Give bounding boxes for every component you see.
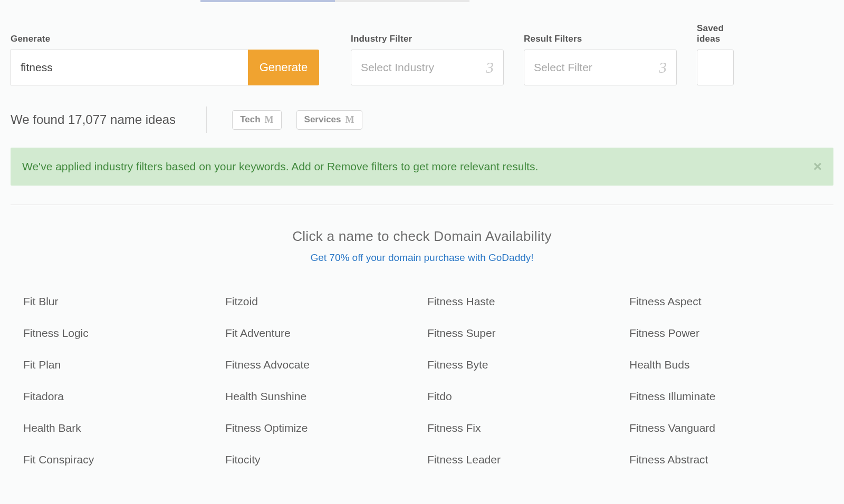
vertical-divider: [206, 106, 207, 133]
name-suggestion[interactable]: Fit Blur: [23, 295, 215, 308]
name-suggestion[interactable]: Fitness Leader: [427, 453, 619, 466]
name-suggestion[interactable]: Fitness Optimize: [225, 422, 417, 434]
chip-label: Tech: [240, 114, 260, 125]
chip-label: Services: [304, 114, 341, 125]
found-row: We found 17,077 name ideas TechMServices…: [11, 106, 833, 133]
found-count-text: We found 17,077 name ideas: [11, 112, 176, 127]
industry-placeholder: Select Industry: [361, 61, 434, 74]
name-suggestion[interactable]: Fit Plan: [23, 358, 215, 371]
generate-input[interactable]: [11, 50, 248, 85]
name-suggestion[interactable]: Health Sunshine: [225, 390, 417, 403]
name-suggestion[interactable]: Fitness Advocate: [225, 358, 417, 371]
remove-icon[interactable]: M: [265, 114, 274, 125]
filter-chip[interactable]: ServicesM: [296, 110, 362, 130]
result-placeholder: Select Filter: [534, 61, 592, 74]
name-suggestion[interactable]: Fitness Super: [427, 327, 619, 340]
industry-filter-group: Industry Filter Select Industry 3: [351, 34, 504, 85]
generate-label: Generate: [11, 34, 319, 44]
chevron-down-icon: 3: [486, 59, 494, 76]
name-suggestion[interactable]: Health Buds: [629, 358, 821, 371]
generate-group: Generate Generate: [11, 34, 319, 85]
info-alert: We've applied industry filters based on …: [11, 148, 833, 186]
divider: [11, 205, 833, 205]
chips-container: TechMServicesM: [232, 110, 377, 130]
cta-block: Click a name to check Domain Availabilit…: [11, 228, 833, 264]
result-filter-label: Result Filters: [524, 34, 677, 44]
name-suggestion[interactable]: Fitocity: [225, 453, 417, 466]
industry-filter-label: Industry Filter: [351, 34, 504, 44]
name-suggestion[interactable]: Fitdo: [427, 390, 619, 403]
name-suggestion[interactable]: Fitness Abstract: [629, 453, 821, 466]
name-suggestion[interactable]: Fit Adventure: [225, 327, 417, 340]
name-suggestion[interactable]: Fitness Byte: [427, 358, 619, 371]
filter-row: Generate Generate Industry Filter Select…: [11, 23, 833, 85]
name-suggestion[interactable]: Fitness Power: [629, 327, 821, 340]
generate-box: Generate: [11, 50, 319, 85]
name-suggestion[interactable]: Fitzoid: [225, 295, 417, 308]
top-accent-strip: [200, 0, 469, 2]
saved-ideas-label: Saved ideas: [697, 23, 734, 44]
saved-ideas-box[interactable]: [697, 50, 734, 85]
name-suggestion[interactable]: Health Bark: [23, 422, 215, 434]
name-suggestion[interactable]: Fitadora: [23, 390, 215, 403]
name-suggestion[interactable]: Fit Conspiracy: [23, 453, 215, 466]
generate-button[interactable]: Generate: [248, 50, 319, 85]
result-filter-group: Result Filters Select Filter 3: [524, 34, 677, 85]
cta-link[interactable]: Get 70% off your domain purchase with Go…: [310, 252, 533, 263]
name-suggestion[interactable]: Fitness Aspect: [629, 295, 821, 308]
name-suggestion[interactable]: Fitness Logic: [23, 327, 215, 340]
name-suggestion[interactable]: Fitness Fix: [427, 422, 619, 434]
result-select[interactable]: Select Filter 3: [524, 50, 677, 85]
names-grid: Fit BlurFitzoidFitness HasteFitness Aspe…: [11, 295, 833, 466]
filter-chip[interactable]: TechM: [232, 110, 281, 130]
name-suggestion[interactable]: Fitness Vanguard: [629, 422, 821, 434]
name-suggestion[interactable]: Fitness Haste: [427, 295, 619, 308]
cta-title: Click a name to check Domain Availabilit…: [11, 228, 833, 245]
name-suggestion[interactable]: Fitness Illuminate: [629, 390, 821, 403]
chevron-down-icon: 3: [659, 59, 667, 76]
close-icon[interactable]: ×: [813, 158, 822, 175]
remove-icon[interactable]: M: [346, 114, 354, 125]
alert-text: We've applied industry filters based on …: [22, 160, 538, 173]
industry-select[interactable]: Select Industry 3: [351, 50, 504, 85]
saved-ideas-group: Saved ideas: [697, 23, 734, 85]
